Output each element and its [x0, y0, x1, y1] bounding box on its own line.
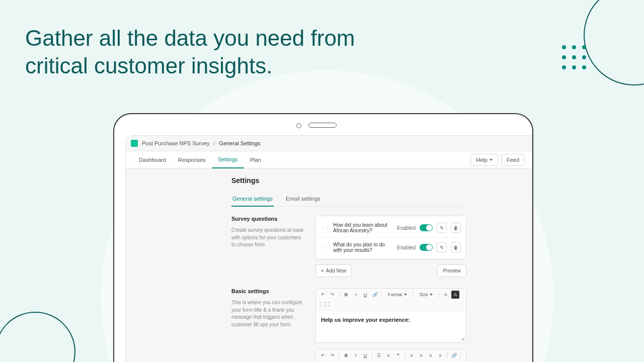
tab-plan[interactable]: Plan: [244, 152, 267, 168]
main-tabs: Dashboard Responses Settings Plan Help F…: [126, 151, 532, 168]
camera-icon: [296, 123, 301, 128]
speaker-icon: [308, 123, 337, 128]
add-new-button[interactable]: + Add New: [315, 264, 352, 277]
tab-responses[interactable]: Responses: [172, 152, 212, 168]
redo-icon[interactable]: ↷: [329, 291, 337, 299]
link-icon[interactable]: 🔗: [450, 351, 458, 359]
survey-questions-title: Survey questions: [231, 216, 304, 222]
add-new-label: Add New: [326, 268, 347, 274]
device-frame: Post Purchase NPS Survey / General Setti…: [113, 113, 533, 362]
breadcrumb-separator: /: [214, 140, 215, 146]
pencil-icon: ✎: [440, 245, 444, 250]
trash-icon: 🗑: [453, 245, 458, 250]
survey-questions-desc: Create survey questions at ease with opt…: [231, 227, 304, 249]
help-button[interactable]: Help: [470, 154, 498, 166]
align-left-icon[interactable]: ≡: [408, 351, 416, 359]
question-text: How did you learn about African Ancestry…: [333, 222, 393, 233]
help-label: Help: [476, 157, 488, 163]
align-justify-icon[interactable]: ≡: [436, 351, 444, 359]
drag-handle-icon[interactable]: ⋮⋮: [321, 225, 329, 231]
subtab-email[interactable]: Email settings: [285, 192, 321, 206]
pencil-icon: ✎: [440, 225, 444, 231]
decorative-dots: [562, 45, 586, 69]
enable-toggle[interactable]: [420, 244, 433, 251]
survey-questions-section: Survey questions Create survey questions…: [231, 216, 532, 277]
app-window: Post Purchase NPS Survey / General Setti…: [125, 135, 532, 362]
delete-button[interactable]: 🗑: [451, 223, 461, 233]
tab-settings[interactable]: Settings: [212, 151, 244, 168]
breadcrumb-current: General Settings: [219, 140, 261, 146]
bold-icon[interactable]: B: [342, 291, 350, 299]
italic-icon[interactable]: I: [352, 291, 360, 299]
size-select[interactable]: Size: [416, 291, 437, 299]
thankyou-editor[interactable]: ↶ ↷ B I U ☰ ≡ ❝ ≡ ≡: [315, 349, 466, 362]
editor-toolbar: ↶ ↷ B I U 🔗 Format Size A: [316, 289, 466, 311]
undo-icon[interactable]: ↶: [319, 351, 327, 359]
settings-subtabs: General settings Email settings: [231, 192, 468, 207]
feedback-button[interactable]: Feed: [501, 154, 525, 166]
question-status: Enabled: [397, 225, 416, 231]
align-right-icon[interactable]: ≡: [427, 351, 435, 359]
italic-icon[interactable]: I: [352, 351, 360, 359]
bg-color-icon[interactable]: A: [451, 291, 459, 299]
question-row: ⋮⋮ How did you learn about African Ances…: [316, 218, 466, 237]
page-title: Settings: [231, 176, 532, 185]
basic-settings-desc: This is where you can configure your for…: [231, 299, 304, 328]
decorative-arc-bottom-left: [0, 312, 75, 362]
basic-settings-section: Basic settings This is where you can con…: [231, 288, 532, 362]
question-row: ⋮⋮ What do you plan to do with your resu…: [316, 237, 466, 257]
trash-icon: 🗑: [453, 225, 458, 231]
form-title-editor[interactable]: ↶ ↷ B I U 🔗 Format Size A: [315, 288, 466, 343]
breadcrumb: Post Purchase NPS Survey / General Setti…: [126, 136, 532, 151]
resize-grip-icon[interactable]: ◢: [316, 336, 466, 342]
bold-icon[interactable]: B: [342, 351, 350, 359]
edit-button[interactable]: ✎: [437, 223, 447, 233]
unordered-list-icon[interactable]: ≡: [384, 351, 392, 359]
preview-button[interactable]: Preview: [437, 264, 466, 277]
format-select[interactable]: Format: [384, 291, 411, 299]
text-color-icon[interactable]: A: [442, 291, 450, 299]
question-text: What do you plan to do with your results…: [333, 242, 393, 253]
link-icon[interactable]: 🔗: [371, 291, 379, 299]
edit-button[interactable]: ✎: [437, 242, 447, 252]
editor-toolbar: ↶ ↷ B I U ☰ ≡ ❝ ≡ ≡: [316, 349, 466, 362]
align-center-icon[interactable]: ≡: [417, 351, 425, 359]
delete-button[interactable]: 🗑: [451, 242, 461, 252]
basic-settings-title: Basic settings: [231, 288, 304, 294]
breadcrumb-app[interactable]: Post Purchase NPS Survey: [142, 140, 210, 146]
underline-icon[interactable]: U: [361, 291, 369, 299]
enable-toggle[interactable]: [420, 224, 433, 231]
chevron-down-icon: [490, 159, 493, 161]
undo-icon[interactable]: ↶: [319, 291, 327, 299]
expand-icon[interactable]: ⛶: [323, 300, 331, 308]
settings-content: Settings General settings Email settings…: [126, 168, 532, 362]
form-title-input[interactable]: Help us improve your experience:: [316, 311, 466, 336]
question-status: Enabled: [397, 245, 416, 250]
underline-icon[interactable]: U: [361, 351, 369, 359]
ordered-list-icon[interactable]: ☰: [375, 351, 383, 359]
redo-icon[interactable]: ↷: [329, 351, 337, 359]
drag-handle-icon[interactable]: ⋮⋮: [321, 245, 329, 250]
question-list: ⋮⋮ How did you learn about African Ances…: [315, 216, 466, 259]
quote-icon[interactable]: ❝: [394, 351, 402, 359]
tab-dashboard[interactable]: Dashboard: [133, 152, 172, 168]
plus-icon: +: [321, 268, 324, 274]
decorative-arc-top-right: [584, 0, 644, 85]
marketing-headline: Gather all the data you need fromcritica…: [25, 24, 355, 79]
subtab-general[interactable]: General settings: [231, 192, 274, 207]
app-logo-icon: [131, 140, 138, 147]
